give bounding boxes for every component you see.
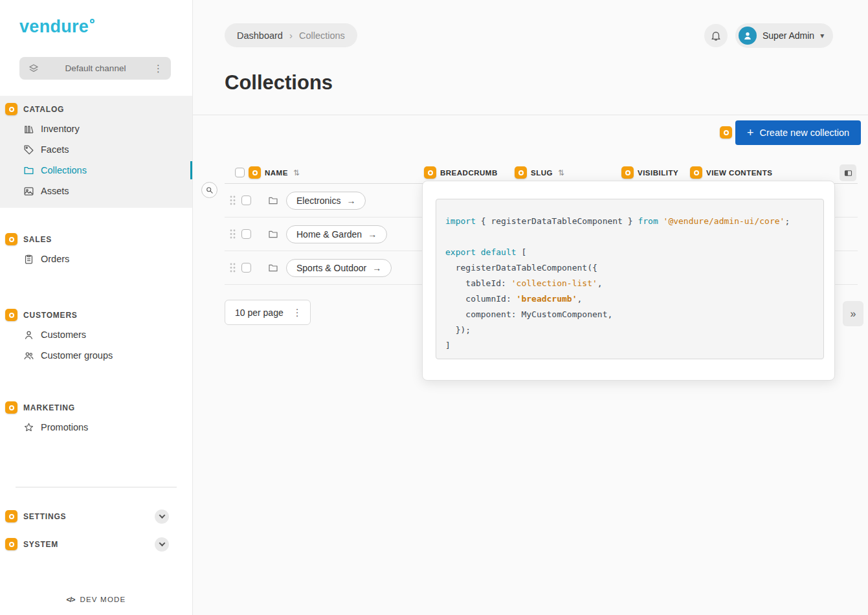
select-all-checkbox[interactable]: [235, 168, 245, 177]
devmode-badge-icon[interactable]: [249, 166, 261, 179]
collection-name: Sports & Outdoor: [296, 263, 366, 273]
sidebar-item-facets[interactable]: Facets: [0, 139, 192, 160]
tag-icon: [23, 144, 34, 155]
section-header-customers: CUSTOMERS: [0, 306, 192, 324]
users-icon: [23, 350, 34, 361]
devmode-badge-icon[interactable]: [621, 166, 634, 179]
user-name: Super Admin: [762, 30, 814, 41]
devmode-badge-icon[interactable]: [424, 166, 436, 179]
collection-name-chip[interactable]: Electronics →: [286, 192, 366, 210]
row-checkbox[interactable]: [241, 229, 251, 239]
collection-name: Home & Garden: [296, 229, 362, 240]
badge-ring-icon: [9, 107, 14, 112]
columns-icon: [843, 168, 853, 178]
sidebar-item-collections[interactable]: Collections: [0, 160, 192, 181]
breadcrumb: Dashboard › Collections: [225, 23, 357, 47]
devmode-badge-icon[interactable]: [5, 510, 17, 522]
badge-ring-icon: [9, 405, 14, 410]
plus-icon: +: [747, 127, 754, 139]
column-label-name: NAME: [265, 169, 288, 177]
badge-ring-icon: [9, 542, 14, 547]
arrow-right-icon: →: [368, 229, 377, 240]
logo-ring-icon: [90, 19, 95, 23]
column-label-visibility: VISIBILITY: [638, 169, 678, 177]
system-expand-button[interactable]: [155, 537, 169, 552]
collection-name-chip[interactable]: Home & Garden →: [286, 225, 387, 243]
channel-switcher[interactable]: Default channel ⋮: [19, 57, 171, 80]
devmode-badge-icon[interactable]: [690, 166, 702, 179]
chevron-down-icon: [159, 512, 165, 519]
drag-handle-icon[interactable]: [230, 229, 236, 239]
search-icon: [205, 186, 214, 194]
breadcrumb-item-dashboard[interactable]: Dashboard: [237, 30, 283, 41]
sidebar-item-label: Customers: [41, 330, 86, 340]
create-new-collection-button[interactable]: + Create new collection: [735, 120, 861, 145]
chevron-down-icon: [159, 540, 165, 546]
nav-section-system: SYSTEM: [0, 535, 192, 554]
nav-section-catalog: CATALOG Inventory Facets Collections Ass…: [0, 96, 192, 208]
create-button-label: Create new collection: [760, 128, 850, 138]
notifications-button[interactable]: [704, 24, 728, 47]
devmode-badge-icon[interactable]: [5, 233, 17, 245]
sidebar-item-label: Customer groups: [41, 350, 113, 361]
channel-menu-kebab-icon[interactable]: ⋮: [152, 63, 164, 74]
next-page-icon: »: [851, 308, 856, 320]
devmode-badge-icon[interactable]: [720, 126, 732, 139]
bell-icon: [710, 30, 722, 41]
collection-name-chip[interactable]: Sports & Outdoor →: [286, 259, 392, 277]
row-checkbox[interactable]: [241, 263, 251, 273]
badge-ring-icon: [428, 170, 433, 175]
badge-ring-icon: [518, 170, 524, 175]
sidebar-item-customer-groups[interactable]: Customer groups: [0, 345, 192, 366]
sidebar-item-customers[interactable]: Customers: [0, 324, 192, 345]
devmode-badge-icon[interactable]: [5, 103, 17, 115]
avatar: [739, 27, 757, 45]
search-button[interactable]: [201, 182, 217, 198]
layers-icon: [28, 63, 39, 74]
devmode-badge-icon[interactable]: [5, 538, 17, 550]
channel-label: Default channel: [39, 63, 152, 73]
sidebar-divider: [16, 487, 177, 487]
devmode-badge-icon[interactable]: [515, 166, 527, 179]
sort-icon[interactable]: ⇅: [558, 168, 564, 177]
sidebar-item-label: Collections: [41, 165, 87, 175]
user-icon: [742, 30, 753, 41]
chevron-down-icon: ▾: [820, 31, 824, 40]
column-label-view-contents: VIEW CONTENTS: [706, 169, 772, 177]
badge-ring-icon: [9, 514, 14, 519]
user-menu[interactable]: Super Admin ▾: [735, 23, 833, 48]
sidebar-item-assets[interactable]: Assets: [0, 181, 192, 201]
drag-handle-icon[interactable]: [230, 196, 236, 205]
row-checkbox[interactable]: [241, 196, 251, 205]
section-header-catalog: CATALOG: [0, 100, 192, 118]
settings-expand-button[interactable]: [155, 509, 169, 524]
vendure-logo[interactable]: vendure: [19, 17, 95, 37]
sidebar-item-inventory[interactable]: Inventory: [0, 118, 192, 139]
next-page-button[interactable]: »: [843, 301, 863, 326]
section-header-settings[interactable]: SETTINGS: [0, 507, 192, 526]
column-settings-button[interactable]: [840, 164, 856, 181]
column-label-slug: SLUG: [531, 169, 553, 177]
sort-icon[interactable]: ⇅: [293, 168, 300, 177]
sidebar-item-promotions[interactable]: Promotions: [0, 417, 192, 438]
main-content: Dashboard › Collections Super Admin ▾ Co…: [193, 0, 868, 615]
nav-section-marketing: MARKETING Promotions: [0, 398, 192, 438]
folder-icon: [268, 196, 278, 206]
badge-ring-icon: [694, 170, 699, 175]
vendure-logo-text: vendure: [19, 17, 89, 36]
sidebar-item-orders[interactable]: Orders: [0, 249, 192, 269]
section-header-marketing: MARKETING: [0, 398, 192, 417]
devmode-badge-icon[interactable]: [5, 401, 17, 414]
sidebar-item-label: Orders: [41, 254, 69, 264]
devmode-badge-icon[interactable]: [5, 309, 17, 321]
section-label-settings: SETTINGS: [23, 512, 66, 521]
sidebar-item-label: Inventory: [41, 124, 80, 134]
section-header-system[interactable]: SYSTEM: [0, 535, 192, 554]
kebab-icon: ⋮: [291, 307, 304, 319]
nav-section-sales: SALES Orders: [0, 230, 192, 269]
dev-mode-indicator[interactable]: </> DEV MODE: [0, 596, 192, 603]
code-brackets-icon: </>: [67, 596, 75, 603]
drag-handle-icon[interactable]: [230, 263, 236, 273]
items-per-page-button[interactable]: 10 per page ⋮: [225, 300, 311, 325]
section-label-catalog: CATALOG: [23, 105, 64, 114]
